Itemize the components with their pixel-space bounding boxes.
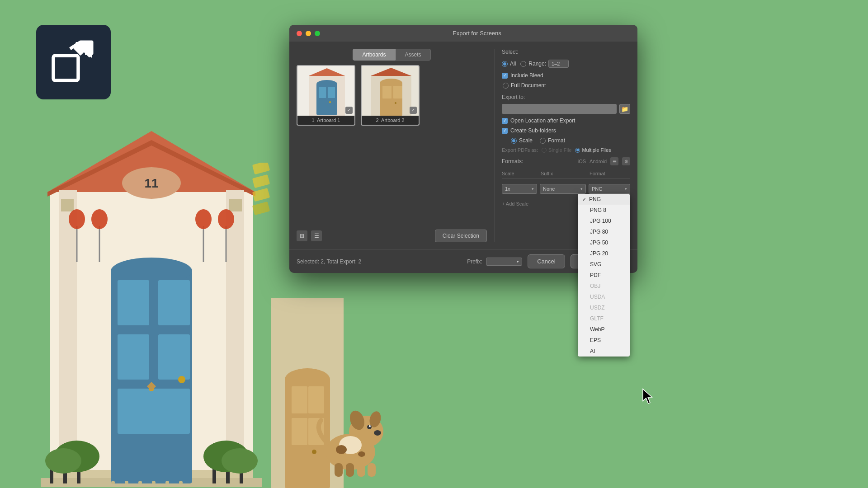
dropdown-item-jpg100[interactable]: JPG 100 — [578, 216, 630, 226]
svg-rect-60 — [292, 418, 307, 445]
open-location-label: Open Location after Export — [510, 117, 575, 124]
svg-point-22 — [91, 209, 108, 229]
svg-rect-58 — [292, 386, 307, 413]
artboard-thumb-2[interactable]: ✓ 2 Artboard 2 — [361, 65, 420, 126]
include-bleed-checkbox[interactable]: ✓ Include Bleed — [502, 72, 630, 79]
grid-view-btn[interactable]: ⊞ — [297, 230, 307, 241]
range-input[interactable] — [548, 60, 569, 68]
settings-icon-btn[interactable]: ⚙ — [622, 157, 630, 165]
dropdown-item-png8[interactable]: PNG 8 — [578, 205, 630, 216]
dropdown-item-webp[interactable]: WebP — [578, 324, 630, 335]
clear-selection-btn[interactable]: Clear Selection — [435, 230, 487, 242]
cancel-btn[interactable]: Cancel — [528, 254, 565, 268]
svg-point-67 — [374, 430, 381, 436]
svg-point-38 — [111, 481, 115, 484]
export-icon-box — [36, 25, 111, 99]
svg-rect-91 — [393, 86, 402, 99]
scale-radio-item[interactable]: Scale — [511, 137, 533, 144]
artboard-1-checkbox[interactable]: ✓ — [345, 107, 353, 114]
dialog-body: Artboards Assets — [289, 42, 637, 249]
dropdown-item-jpg80[interactable]: JPG 80 — [578, 226, 630, 237]
export-arrow-icon — [51, 40, 96, 85]
svg-point-69 — [369, 425, 371, 427]
formats-table-header: Scale Suffix Format — [502, 169, 630, 178]
format-radio-item[interactable]: Format — [540, 137, 565, 144]
status-text: Selected: 2, Total Export: 2 — [297, 258, 361, 265]
svg-point-92 — [395, 102, 396, 104]
export-pdfs-row: Export PDFs as: Single File Multiple Fil… — [502, 147, 630, 153]
list-view-btn[interactable]: ☰ — [311, 230, 322, 241]
artboard-thumb-1[interactable]: ✓ 1 Artboard 1 — [297, 65, 355, 126]
svg-point-41 — [152, 481, 156, 484]
svg-point-84 — [329, 101, 331, 103]
svg-rect-11 — [118, 280, 149, 325]
scale-select[interactable]: 1x ▾ — [502, 184, 537, 194]
dialog-titlebar: Export for Screens — [289, 25, 637, 42]
export-folder-btn[interactable]: 📁 — [619, 104, 630, 114]
prefix-select[interactable]: ▾ — [486, 258, 522, 266]
svg-rect-54 — [252, 202, 270, 215]
all-radio[interactable]: All — [502, 61, 516, 67]
dog-illustration — [310, 393, 391, 479]
full-document-radio[interactable]: Full Document — [502, 82, 630, 89]
create-subfolders-label: Create Sub-folders — [510, 127, 556, 134]
prefix-label: Prefix: — [467, 258, 482, 265]
select-label: Select: — [502, 49, 630, 55]
tabs-row: Artboards Assets — [297, 49, 487, 61]
svg-rect-45 — [53, 56, 78, 80]
formats-label: Formats: — [502, 158, 523, 164]
traffic-light-yellow[interactable] — [306, 31, 311, 36]
traffic-light-red[interactable] — [297, 31, 302, 36]
formats-icons: iOS Android ☰ ⚙ — [578, 157, 630, 165]
dropdown-item-svg[interactable]: SVG — [578, 259, 630, 270]
svg-rect-18 — [229, 199, 242, 211]
export-pdfs-label: Export PDFs as: — [502, 147, 538, 153]
suffix-select[interactable]: None ▾ — [540, 184, 586, 194]
svg-rect-47 — [53, 56, 78, 80]
format-row-1: 1x ▾ None ▾ PNG ▾ ✓ PNG — [502, 182, 630, 196]
dropdown-item-jpg50[interactable]: JPG 50 — [578, 237, 630, 248]
single-file-radio[interactable]: Single File — [542, 147, 571, 153]
scale-format-toggle: Scale Format — [502, 137, 630, 144]
dropdown-item-eps[interactable]: EPS — [578, 335, 630, 346]
export-path-bar[interactable] — [502, 104, 617, 114]
svg-rect-82 — [319, 87, 326, 98]
left-panel: Artboards Assets — [297, 49, 495, 242]
tab-assets[interactable]: Assets — [396, 49, 431, 61]
ios-btn[interactable]: iOS — [578, 159, 586, 164]
create-subfolders-checkbox[interactable]: ✓ Create Sub-folders — [502, 127, 630, 134]
format-col-header: Format — [590, 171, 630, 176]
dropdown-item-gltf: GLTF — [578, 313, 630, 324]
list-icon-btn[interactable]: ☰ — [610, 157, 618, 165]
export-for-screens-dialog: Export for Screens Artboards Assets — [289, 25, 637, 273]
range-radio-label: Range: — [528, 61, 546, 67]
android-btn[interactable]: Android — [590, 159, 607, 164]
traffic-light-green[interactable] — [315, 31, 320, 36]
dropdown-item-ai[interactable]: AI — [578, 346, 630, 357]
svg-point-40 — [138, 481, 142, 484]
svg-rect-72 — [346, 463, 354, 477]
scale-radio-label: Scale — [519, 137, 533, 144]
multiple-files-radio[interactable]: Multiple Files — [575, 147, 611, 153]
open-location-checkbox[interactable]: ✓ Open Location after Export — [502, 117, 630, 124]
dropdown-item-jpg20[interactable]: JPG 20 — [578, 248, 630, 259]
svg-point-26 — [218, 209, 234, 229]
artboard-2-checkbox[interactable]: ✓ — [410, 107, 417, 114]
svg-rect-14 — [158, 334, 190, 380]
add-scale-btn[interactable]: + Add Scale — [502, 200, 528, 207]
building-illustration: 11 — [23, 99, 280, 488]
svg-point-75 — [336, 445, 347, 454]
range-radio[interactable]: Range: — [520, 60, 569, 68]
svg-rect-90 — [382, 86, 392, 99]
prefix-row: Prefix: ▾ — [467, 258, 522, 266]
dropdown-item-obj: OBJ — [578, 281, 630, 291]
format-select[interactable]: PNG ▾ ✓ PNG PNG 8 — [589, 184, 630, 194]
svg-rect-13 — [118, 334, 149, 380]
export-to-label: Export to: — [502, 94, 630, 100]
artboards-grid: ✓ 1 Artboard 1 — [297, 65, 487, 126]
dropdown-item-pdf[interactable]: PDF — [578, 270, 630, 281]
scale-col-header: Scale — [502, 171, 538, 176]
tab-artboards[interactable]: Artboards — [353, 49, 395, 61]
svg-rect-15 — [118, 389, 190, 434]
dropdown-item-png[interactable]: ✓ PNG — [578, 194, 630, 205]
